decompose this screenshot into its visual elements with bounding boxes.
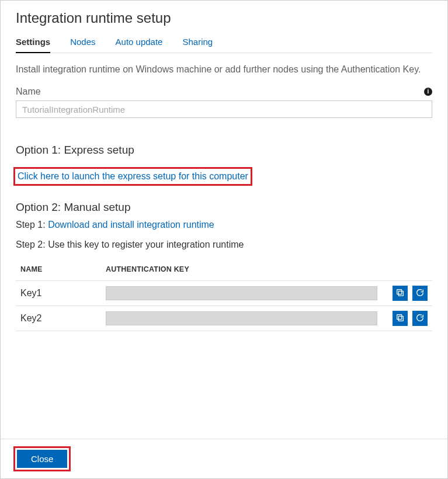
close-button-highlight: Close: [13, 446, 71, 471]
svg-rect-3: [397, 314, 402, 319]
refresh-icon: [415, 288, 425, 299]
copy-icon: [395, 288, 405, 299]
name-input[interactable]: [16, 100, 432, 118]
download-runtime-link[interactable]: Download and install integration runtime: [48, 220, 214, 230]
express-setup-highlight: Click here to launch the express setup f…: [13, 167, 252, 186]
col-actions: [382, 261, 432, 281]
svg-rect-2: [398, 316, 403, 321]
step1-prefix: Step 1:: [16, 220, 46, 230]
step2: Step 2: Use this key to register your in…: [16, 239, 432, 250]
panel-footer: Close: [1, 439, 447, 478]
option2-heading: Option 2: Manual setup: [16, 201, 432, 214]
integration-runtime-setup-panel: Integration runtime setup Settings Nodes…: [0, 0, 448, 479]
tab-nodes[interactable]: Nodes: [70, 37, 95, 53]
tab-sharing[interactable]: Sharing: [182, 37, 213, 53]
key2-input[interactable]: [106, 311, 377, 325]
svg-rect-1: [397, 289, 402, 294]
name-field: Name i: [16, 86, 432, 118]
refresh-icon: [415, 313, 425, 324]
tab-settings[interactable]: Settings: [16, 37, 50, 53]
regenerate-key1-button[interactable]: [412, 286, 428, 301]
description-text: Install integration runtime on Windows m…: [16, 63, 432, 76]
table-row: Key2: [16, 306, 432, 331]
table-row: Key1: [16, 281, 432, 306]
keys-table: NAME AUTHENTICATION KEY Key1: [16, 261, 432, 331]
close-button[interactable]: Close: [17, 450, 67, 468]
name-field-label-row: Name i: [16, 86, 432, 97]
panel-content: Integration runtime setup Settings Nodes…: [1, 1, 447, 439]
step1: Step 1: Download and install integration…: [16, 220, 432, 230]
svg-rect-0: [398, 291, 403, 296]
copy-icon: [395, 313, 405, 324]
key-name: Key2: [16, 306, 101, 331]
regenerate-key2-button[interactable]: [412, 311, 428, 326]
copy-key2-button[interactable]: [393, 311, 408, 326]
option1-heading: Option 1: Express setup: [16, 144, 432, 157]
express-setup-link[interactable]: Click here to launch the express setup f…: [18, 171, 248, 181]
tab-auto-update[interactable]: Auto update: [116, 37, 163, 53]
copy-key1-button[interactable]: [393, 286, 408, 301]
name-label: Name: [16, 86, 41, 97]
tabs: Settings Nodes Auto update Sharing: [16, 37, 432, 53]
page-title: Integration runtime setup: [16, 10, 432, 26]
key-name: Key1: [16, 281, 101, 306]
col-key: AUTHENTICATION KEY: [101, 261, 382, 281]
info-icon[interactable]: i: [424, 88, 432, 96]
key1-input[interactable]: [106, 286, 377, 300]
col-name: NAME: [16, 261, 101, 281]
